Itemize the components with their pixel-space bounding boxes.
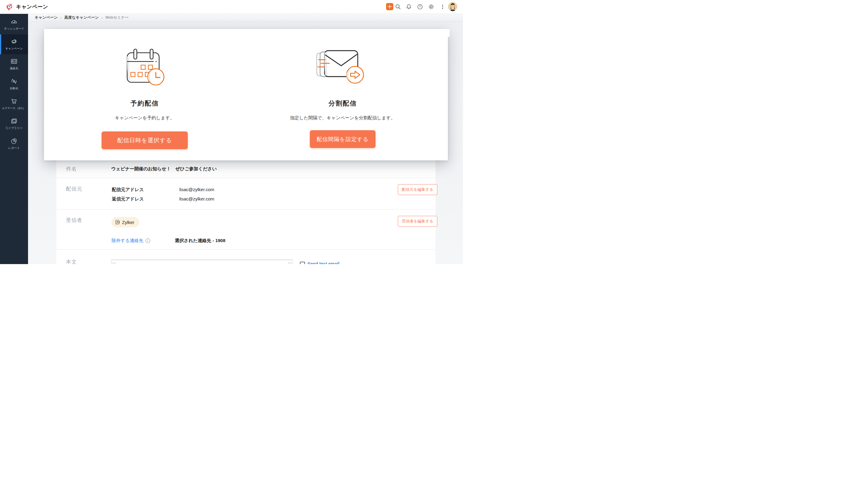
subject-value: ウェビナー開催のお知らせ！ ぜひご参加ください [111,166,217,172]
breadcrumb-advanced-campaigns[interactable]: 高度なキャンペーン [64,15,99,20]
scheduled-send-title: 予約配信 [84,99,205,108]
help-icon[interactable]: ? [417,4,423,10]
campaigns-logo-icon [5,3,14,11]
automation-icon [11,78,17,85]
body-section-label: 本文 [66,258,77,264]
from-address-label: 配信元アドレス [112,187,144,193]
sidebar-item-campaigns[interactable]: キャンペーン [0,34,28,54]
recipient-list-chip[interactable]: Zylker [111,217,139,227]
breadcrumb-current-page: Webセミナー [105,15,129,20]
info-icon[interactable] [145,238,151,243]
send-options-modal: 予約配信 キャンペーンを予約します。 配信日時を選択する 分割配信 指定した間隔… [44,29,448,160]
sidebar-item-library[interactable]: ライブラリー [0,114,28,134]
subject-section-label: 件名 [66,166,77,172]
sidebar-item-label: レポート [8,146,20,150]
scheduled-send-description: キャンペーンを予約します。 [72,115,217,121]
sidebar-item-label: 連絡先 [10,67,18,70]
plus-icon [387,4,392,9]
recipient-chip-label: Zylker [122,220,135,225]
contact-card-icon [11,58,17,65]
cart-icon [11,98,17,105]
chevron-right-icon: › [60,16,62,20]
selected-contacts-count: 選択された連絡先 - 1908 [175,238,225,243]
settings-gear-icon[interactable] [428,4,434,10]
sidebar-item-label: ライブラリー [5,126,23,130]
notifications-bell-icon[interactable] [406,4,412,10]
sidebar-item-reports[interactable]: レポート [0,134,28,154]
divider [56,177,435,178]
set-send-interval-button[interactable]: 配信間隔を設定する [310,130,376,148]
edit-recipients-button[interactable]: 受信者を編集する [398,216,437,227]
batch-email-icon [315,49,370,85]
topbar: キャンペーン ? [0,0,463,14]
breadcrumb: キャンペーン › 高度なキャンペーン › Webセミナー [28,14,463,22]
divider [56,249,435,250]
dashboard-icon [11,18,17,25]
send-test-email-link[interactable]: Send test email [300,261,340,264]
preview-margin [288,262,292,264]
preview-margin [112,262,116,264]
app-window: キャンペーン ? ダッシュボード キャンペーン [0,0,463,264]
sidebar-item-label: キャンペーン [5,47,23,51]
recipients-section-label: 受信者 [66,217,82,224]
sender-section-label: 配信元 [66,185,82,192]
email-body-preview[interactable] [111,259,293,264]
megaphone-icon [11,38,17,45]
send-test-email-label: Send test email [308,261,340,264]
modal-top-right-panel [418,29,450,37]
reply-address-label: 返信元アドレス [112,196,144,202]
user-avatar[interactable] [448,2,457,11]
search-icon[interactable] [395,4,401,10]
avatar-photo [448,2,457,11]
more-options-icon[interactable] [440,4,446,10]
reply-address-value: lisac@zylker.com [179,196,214,201]
create-new-button[interactable] [386,3,393,10]
pie-chart-icon [11,137,17,144]
sidebar-nav: ダッシュボード キャンペーン 連絡先 自動化 eコマース（EC） ライブラリー … [0,14,28,264]
svg-text:?: ? [419,5,421,8]
app-title: キャンペーン [16,0,48,14]
batch-send-title: 分割配信 [282,99,403,108]
sidebar-item-label: ダッシュボード [4,27,24,31]
batch-send-description: 指定した間隔で、キャンペーンを分割配信します。 [270,115,415,121]
breadcrumb-campaigns[interactable]: キャンペーン [35,15,57,20]
sidebar-item-label: 自動化 [10,86,18,90]
sidebar-item-automation[interactable]: 自動化 [0,74,28,94]
sidebar-item-label: eコマース（EC） [2,106,25,110]
library-images-icon [11,118,17,124]
sidebar-item-dashboard[interactable]: ダッシュボード [0,15,28,34]
monitor-icon [300,262,305,264]
chevron-right-icon: › [102,16,103,20]
divider [56,209,435,209]
select-send-datetime-button[interactable]: 配信日時を選択する [102,132,188,149]
sidebar-item-contacts[interactable]: 連絡先 [0,54,28,74]
from-address-value: lisac@zylker.com [179,187,214,192]
contact-list-icon [115,220,120,225]
calendar-clock-icon [122,48,168,87]
sidebar-item-ecommerce[interactable]: eコマース（EC） [0,94,28,114]
exclude-contacts-link[interactable]: 除外する連絡先 [111,238,143,243]
edit-sender-button[interactable]: 配信元を編集する [398,184,437,195]
